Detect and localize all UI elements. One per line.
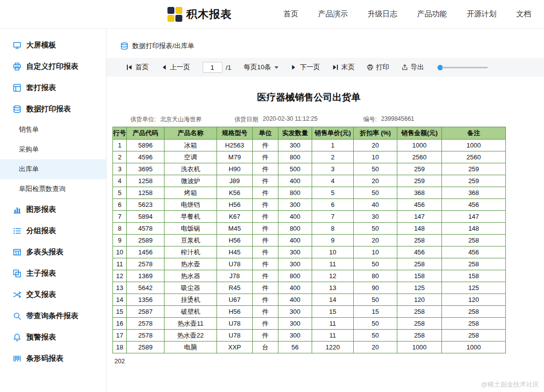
table-cell: J78: [217, 270, 253, 282]
sidebar-item-outbound-order[interactable]: 出库单: [0, 159, 106, 179]
table-cell: 11: [312, 318, 354, 330]
table-cell: 125: [442, 282, 506, 294]
table-cell: 400: [278, 175, 312, 187]
main-content: 数据打印报表/出库单 首页 上一页 /1 每页10条: [107, 29, 544, 392]
table-cell: 1: [312, 140, 354, 151]
table-cell: 2589: [127, 235, 164, 246]
table-cell: H56: [217, 199, 253, 211]
main-sub-icon: [13, 269, 21, 278]
table-cell: XXP: [217, 342, 253, 353]
nav-item[interactable]: 文档: [516, 9, 531, 19]
nav-item[interactable]: 开源计划: [467, 9, 496, 19]
table-cell: 电饼铛: [164, 199, 217, 211]
sidebar-item-barcode-report[interactable]: 条形码报表: [0, 348, 106, 369]
table-cell: 件: [253, 246, 278, 258]
database-icon: [120, 42, 128, 50]
table-cell: 7: [312, 211, 354, 223]
export-button[interactable]: 导出: [402, 63, 424, 72]
app-title: 积木报表: [186, 7, 232, 22]
table-cell: 147: [397, 211, 442, 223]
sidebar-item-fuyang-ticket-query[interactable]: 阜阳检票数查询: [0, 179, 106, 199]
sidebar-item-custom-print-report[interactable]: 自定义打印报表: [0, 56, 106, 77]
sidebar-item-query-condition-report[interactable]: 带查询条件报表: [0, 305, 106, 327]
table-cell: 120: [397, 294, 442, 306]
first-page-button[interactable]: 首页: [126, 63, 149, 72]
sidebar-item-label: 条形码报表: [26, 354, 63, 363]
nav-item[interactable]: 产品功能: [417, 9, 447, 19]
table-cell: 2587: [127, 306, 164, 318]
table-cell: 20: [354, 175, 397, 187]
table-cell: 158: [397, 270, 442, 282]
table-row: 172578热水壶22U78件3001150258258: [113, 330, 506, 342]
sidebar-item-data-print-report[interactable]: 数据打印报表: [0, 98, 106, 120]
table-header-cell: 产品名称: [164, 127, 217, 140]
sidebar-item-group-report[interactable]: 分组报表: [0, 220, 106, 242]
sidebar-item-label: 数据打印报表: [26, 104, 71, 114]
row-count: 202: [114, 358, 505, 365]
breadcrumb-text: 数据打印报表/出库单: [132, 42, 194, 50]
next-page-button[interactable]: 下一页: [291, 63, 320, 72]
table-cell: 258: [442, 235, 506, 246]
table-header-cell: 折扣率 (%): [354, 127, 397, 140]
app-logo[interactable]: 积木报表: [167, 7, 232, 22]
sidebar-item-chart-report[interactable]: 图形报表: [0, 199, 106, 220]
table-cell: 2: [312, 151, 354, 163]
table-cell: 榨汁机: [164, 246, 217, 258]
sidebar-item-label: 自定义打印报表: [26, 62, 78, 71]
sidebar-item-big-screen-template[interactable]: 大屏模板: [0, 35, 106, 56]
zoom-slider: [437, 65, 488, 70]
table-cell: 50: [354, 294, 397, 306]
nav-item[interactable]: 首页: [283, 9, 298, 19]
last-page-icon: [332, 64, 338, 70]
sidebar-item-template-print-report[interactable]: 套打报表: [0, 77, 106, 98]
sidebar-item-main-sub-report[interactable]: 主子报表: [0, 263, 106, 284]
table-cell: 2578: [127, 318, 164, 330]
table-cell: 挂烫机: [164, 294, 217, 306]
table-cell: 4578: [127, 223, 164, 235]
table-cell: 800: [278, 187, 312, 199]
table-cell: 4: [113, 175, 127, 187]
sidebar-item-multi-header-report[interactable]: 多表头报表: [0, 242, 106, 263]
last-page-button[interactable]: 末页: [332, 63, 355, 72]
number-info: 编号: 2399845661: [363, 115, 414, 124]
table-cell: 90: [354, 282, 397, 294]
alert-icon: [13, 333, 21, 342]
sidebar-item-warning-report[interactable]: 预警报表: [0, 327, 106, 348]
sidebar-item-sales-order[interactable]: 销售单: [0, 120, 106, 140]
top-header: 积木报表 首页产品演示升级日志产品功能开源计划文档: [0, 0, 544, 29]
sidebar-item-label: 出库单: [19, 165, 39, 174]
table-cell: 件: [253, 294, 278, 306]
table-cell: 300: [278, 330, 312, 342]
table-cell: 1456: [127, 246, 164, 258]
table-cell: 件: [253, 318, 278, 330]
table-row: 112578热水壶U78件3001150258258: [113, 258, 506, 270]
table-cell: 热水壶: [164, 258, 217, 270]
sidebar-item-label: 带查询条件报表: [26, 311, 78, 321]
sidebar-item-purchase-order[interactable]: 采购单: [0, 140, 106, 159]
table-cell: 17: [113, 330, 127, 342]
table-cell: 件: [253, 151, 278, 163]
table-cell: H56: [217, 235, 253, 246]
page-size-select[interactable]: 每页10条: [244, 63, 279, 72]
table-cell: 早餐机: [164, 211, 217, 223]
table-cell: 148: [397, 223, 442, 235]
nav-item[interactable]: 升级日志: [368, 9, 397, 19]
table-cell: 11: [312, 258, 354, 270]
page-total: /1: [226, 64, 231, 71]
table-cell: 20: [354, 342, 397, 353]
table-cell: 8: [312, 223, 354, 235]
prev-page-button[interactable]: 上一页: [161, 63, 190, 72]
table-header-cell: 实发数量: [278, 127, 312, 140]
report-info-row: 供货单位: 北京天山海世界 供货日期 2020-02-30 11:12:25 编…: [112, 115, 505, 124]
sidebar-item-cross-report[interactable]: 交叉报表: [0, 284, 106, 305]
nav-item[interactable]: 产品演示: [318, 9, 348, 19]
top-nav: 首页产品演示升级日志产品功能开源计划文档: [283, 9, 531, 19]
print-icon: [367, 64, 373, 70]
page-number-input[interactable]: [203, 62, 222, 73]
table-cell: 4596: [127, 151, 164, 163]
table-cell: 9: [312, 235, 354, 246]
table-header-cell: 产品代码: [127, 127, 164, 140]
print-button[interactable]: 打印: [367, 63, 389, 72]
breadcrumb: 数据打印报表/出库单: [120, 42, 544, 50]
table-cell: 400: [278, 211, 312, 223]
